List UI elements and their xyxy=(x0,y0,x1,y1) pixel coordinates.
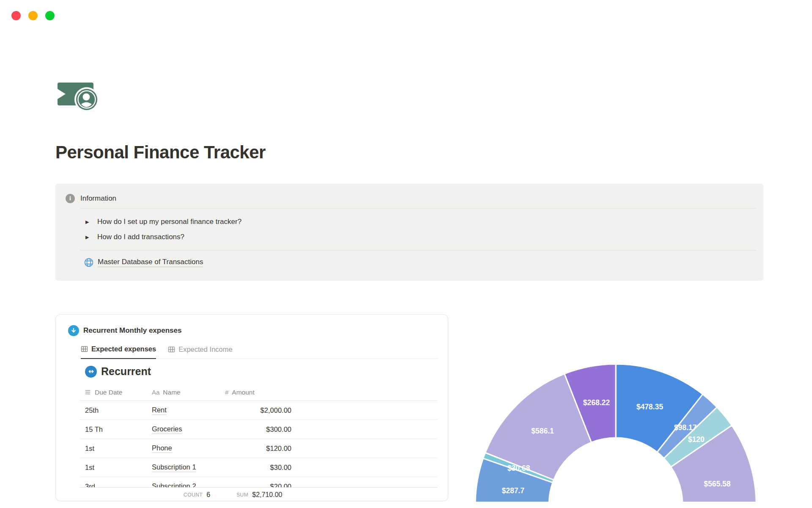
tab-expected-expenses[interactable]: Expected expenses xyxy=(81,343,156,359)
disclosure-triangle-icon[interactable]: ▶ xyxy=(85,219,91,225)
page-title: Personal Finance Tracker xyxy=(55,142,266,163)
cell-name-link[interactable]: Subscription 1 xyxy=(152,463,196,472)
cell-name[interactable]: Subscription 2 xyxy=(152,482,225,488)
card-header-toggle[interactable]: Recurrent Monthly expenses xyxy=(68,325,181,336)
cell-due-date[interactable]: 3rd xyxy=(80,483,152,488)
slice-label: $565.58 xyxy=(704,480,731,488)
column-label: Amount xyxy=(232,389,254,396)
table-header-row: Due Date Aa Name # Amount xyxy=(80,384,437,401)
sum-value[interactable]: $2,710.00 xyxy=(252,491,282,499)
table-calculations-row: COUNT 6 SUM $2,710.00 xyxy=(80,487,437,501)
tab-label: Expected Income xyxy=(178,345,233,353)
cell-amount[interactable]: $20.00 xyxy=(225,483,291,488)
cell-due-date[interactable]: 1st xyxy=(80,464,152,472)
left-right-arrows-circle-icon xyxy=(85,366,97,378)
cell-name-link[interactable]: Subscription 2 xyxy=(152,482,196,488)
down-arrow-circle-icon xyxy=(68,325,79,336)
cell-name[interactable]: Rent xyxy=(152,406,225,415)
divider xyxy=(80,208,757,209)
table-row[interactable]: 15 ThGroceries$300.00 xyxy=(80,420,437,439)
toggle-label: How do I set up my personal finance trac… xyxy=(97,218,241,226)
text-type-icon: Aa xyxy=(152,389,159,396)
cell-name[interactable]: Phone xyxy=(152,444,225,453)
toggle-add-transactions-question[interactable]: ▶ How do I add transactions? xyxy=(85,232,184,242)
toggle-label: How do I add transactions? xyxy=(97,233,184,241)
column-amount[interactable]: # Amount xyxy=(225,389,291,396)
cell-amount[interactable]: $300.00 xyxy=(225,425,291,433)
table-row[interactable]: 25thRent$2,000.00 xyxy=(80,401,437,420)
page-icon money-icon[interactable] xyxy=(56,77,101,112)
slice-label: $287.7 xyxy=(502,486,524,495)
column-label: Due Date xyxy=(95,389,122,396)
view-tabs: Expected expenses Expected Income xyxy=(81,343,437,359)
disclosure-triangle-icon[interactable]: ▶ xyxy=(85,235,91,240)
slice-label: $478.35 xyxy=(636,403,664,411)
callout-title: Information xyxy=(80,194,116,203)
close-window-icon[interactable] xyxy=(11,11,21,20)
slice-label: $268.22 xyxy=(583,398,610,407)
table-rows: 25thRent$2,000.0015 ThGroceries$300.001s… xyxy=(80,401,437,487)
information-callout: i Information ▶ How do I set up my perso… xyxy=(55,184,763,281)
cell-due-date[interactable]: 25th xyxy=(80,406,152,414)
tab-label: Expected expenses xyxy=(91,345,156,353)
tab-expected-income[interactable]: Expected Income xyxy=(168,343,233,359)
section-title: Recurrent xyxy=(101,365,151,378)
slice-label: $586.1 xyxy=(531,427,554,435)
cell-name-link[interactable]: Rent xyxy=(152,406,167,415)
select-type-icon xyxy=(85,389,91,395)
divider xyxy=(80,250,757,251)
slice-label: $120 xyxy=(688,435,705,444)
recurrent-expenses-card: Recurrent Monthly expenses Expected expe… xyxy=(55,314,448,501)
minimize-window-icon[interactable] xyxy=(28,11,38,20)
column-due-date[interactable]: Due Date xyxy=(80,389,152,396)
expenses-donut-chart: $478.35$98.17$120$565.58$268.22$586.1$30… xyxy=(474,363,765,502)
toggle-setup-question[interactable]: ▶ How do I set up my personal finance tr… xyxy=(85,217,241,227)
column-name[interactable]: Aa Name xyxy=(152,389,225,396)
info-icon: i xyxy=(66,194,75,203)
count-value[interactable]: 6 xyxy=(206,491,210,499)
globe-icon xyxy=(84,257,94,268)
column-label: Name xyxy=(163,389,180,396)
slice-label: $30.68 xyxy=(508,464,530,472)
cell-name-link[interactable]: Phone xyxy=(152,444,172,453)
cell-due-date[interactable]: 1st xyxy=(80,444,152,453)
card-title: Recurrent Monthly expenses xyxy=(83,326,181,335)
link-label[interactable]: Master Database of Transactions xyxy=(98,258,203,267)
cell-name[interactable]: Subscription 1 xyxy=(152,463,225,472)
count-label[interactable]: COUNT xyxy=(184,492,203,498)
table-row[interactable]: 3rdSubscription 2$20.00 xyxy=(80,477,437,487)
expenses-table: Due Date Aa Name # Amount 25thRent$2,000… xyxy=(80,384,437,501)
cell-due-date[interactable]: 15 Th xyxy=(80,425,152,433)
zoom-window-icon[interactable] xyxy=(45,11,55,20)
sum-label[interactable]: SUM xyxy=(236,492,248,498)
cell-name[interactable]: Groceries xyxy=(152,425,225,434)
slice-label: $98.17 xyxy=(674,423,697,432)
master-database-link[interactable]: Master Database of Transactions xyxy=(84,257,203,268)
notion-page: Personal Finance Tracker i Information ▶… xyxy=(0,0,812,508)
cell-amount[interactable]: $2,000.00 xyxy=(225,406,291,414)
table-row[interactable]: 1stPhone$120.00 xyxy=(80,439,437,458)
cell-amount[interactable]: $120.00 xyxy=(225,444,291,453)
number-type-icon: # xyxy=(225,389,228,396)
window-controls xyxy=(11,11,55,20)
cell-amount[interactable]: $30.00 xyxy=(225,464,291,472)
database-section-header[interactable]: Recurrent xyxy=(85,365,151,378)
cell-name-link[interactable]: Groceries xyxy=(152,425,182,434)
table-row[interactable]: 1stSubscription 1$30.00 xyxy=(80,458,437,477)
